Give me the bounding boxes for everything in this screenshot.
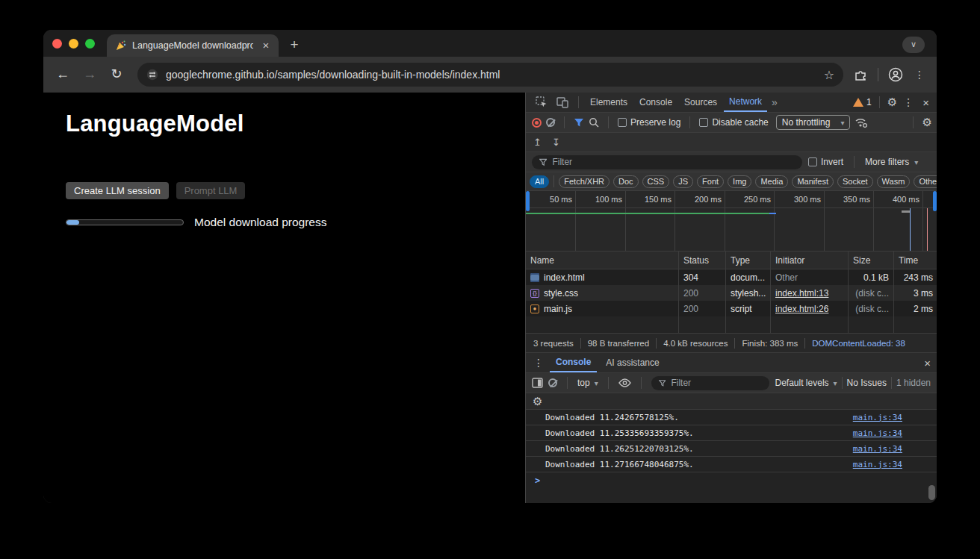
issues-counter[interactable]: No Issues — [847, 378, 887, 388]
request-name[interactable]: style.css — [544, 288, 578, 299]
network-filter-input-wrap[interactable] — [532, 155, 802, 169]
console-message[interactable]: Downloaded 11.24267578125%. main.js:34 — [526, 410, 937, 425]
tab-sources[interactable]: Sources — [679, 93, 722, 112]
console-message[interactable]: Downloaded 11.25335693359375%. main.js:3… — [526, 425, 937, 441]
console-filter-input[interactable] — [671, 378, 761, 388]
chip-doc[interactable]: Doc — [613, 175, 639, 188]
console-sidebar-toggle-icon[interactable] — [532, 378, 543, 388]
drawer-tab-ai-assistance[interactable]: AI assistance — [600, 353, 665, 372]
url-text[interactable]: googlechrome.github.io/samples/downloadi… — [166, 69, 816, 81]
more-filters-button[interactable]: More filters ▾ — [865, 157, 918, 167]
tab-close-icon[interactable]: × — [259, 39, 273, 52]
table-row-style-css[interactable]: {}style.css 200 stylesh... index.html:13… — [526, 285, 937, 301]
message-source-link[interactable]: main.js:34 — [853, 444, 902, 454]
tab-network[interactable]: Network — [724, 93, 767, 112]
import-har-icon[interactable]: ↥ — [533, 137, 542, 148]
tab-search-chevron-button[interactable]: ∨ — [902, 37, 925, 53]
chip-other[interactable]: Other — [914, 175, 937, 188]
devtools-close-icon[interactable]: × — [919, 96, 932, 109]
bookmark-star-icon[interactable]: ☆ — [824, 68, 834, 82]
address-bar[interactable]: googlechrome.github.io/samples/downloadi… — [137, 63, 843, 87]
message-source-link[interactable]: main.js:34 — [853, 460, 902, 469]
request-name[interactable]: main.js — [544, 304, 572, 314]
request-name[interactable]: index.html — [544, 272, 585, 283]
network-settings-icon[interactable]: ⚙ — [922, 116, 932, 129]
log-levels-select[interactable]: Default levels ▾ — [775, 378, 837, 388]
col-initiator[interactable]: Initiator — [771, 252, 849, 269]
throttling-select[interactable]: No throttling ▾ — [776, 115, 851, 130]
col-name[interactable]: Name — [526, 252, 679, 269]
devtools-menu-icon[interactable]: ⋮ — [900, 96, 917, 108]
col-type[interactable]: Type — [726, 252, 771, 269]
chip-fetch-xhr[interactable]: Fetch/XHR — [559, 175, 610, 188]
initiator-link[interactable]: index.html:13 — [775, 288, 828, 299]
network-overview-timeline[interactable]: 50 ms 100 ms 150 ms 200 ms 250 ms 300 ms… — [526, 191, 937, 252]
table-row-main-js[interactable]: ●main.js 200 script index.html:26 (disk … — [526, 301, 937, 316]
overview-right-handle[interactable] — [933, 191, 937, 211]
clear-network-log-button[interactable] — [546, 118, 555, 127]
browser-tab[interactable]: LanguageModel downloadpro × — [107, 34, 279, 57]
minimize-window-button[interactable] — [69, 39, 78, 49]
checkbox-icon[interactable] — [618, 118, 627, 127]
maximize-window-button[interactable] — [85, 39, 95, 49]
tab-elements[interactable]: Elements — [585, 93, 633, 112]
checkbox-icon[interactable] — [808, 157, 817, 166]
device-toolbar-icon[interactable] — [553, 93, 572, 112]
console-settings-icon[interactable]: ⚙ — [533, 395, 542, 408]
chip-manifest[interactable]: Manifest — [792, 175, 834, 188]
initiator-link[interactable]: index.html:26 — [775, 304, 828, 314]
col-status[interactable]: Status — [679, 252, 726, 269]
checkbox-icon[interactable] — [699, 118, 708, 127]
chip-css[interactable]: CSS — [642, 175, 670, 188]
drawer-tab-console[interactable]: Console — [550, 353, 597, 372]
search-icon[interactable] — [589, 117, 599, 128]
console-message[interactable]: Downloaded 11.27166748046875%. main.js:3… — [526, 457, 937, 472]
extensions-icon[interactable] — [851, 65, 870, 84]
drawer-menu-icon[interactable]: ⋮ — [530, 357, 547, 369]
table-row-index-html[interactable]: index.html 304 docum... Other 0.1 kB 243… — [526, 269, 937, 285]
chip-js[interactable]: JS — [673, 175, 693, 188]
preserve-log-checkbox[interactable]: Preserve log — [618, 117, 680, 128]
message-source-link[interactable]: main.js:34 — [853, 428, 902, 438]
execution-context-select[interactable]: top ▾ — [577, 378, 598, 388]
console-scrollbar-thumb[interactable] — [928, 485, 935, 500]
create-llm-session-button[interactable]: Create LLM session — [66, 182, 169, 199]
col-size[interactable]: Size — [849, 252, 894, 269]
new-tab-button[interactable]: + — [285, 35, 304, 54]
hidden-messages-count[interactable]: 1 hidden — [896, 378, 931, 388]
site-settings-icon[interactable] — [146, 69, 158, 81]
chip-all[interactable]: All — [530, 175, 549, 188]
devtools-settings-icon[interactable]: ⚙ — [887, 96, 897, 109]
forward-button[interactable]: → — [79, 64, 100, 85]
chip-img[interactable]: Img — [728, 175, 751, 188]
chip-wasm[interactable]: Wasm — [877, 175, 911, 188]
overview-left-handle[interactable] — [526, 191, 530, 211]
browser-menu-icon[interactable]: ⋮ — [910, 65, 929, 84]
drawer-close-icon[interactable]: × — [921, 357, 937, 369]
disable-cache-checkbox[interactable]: Disable cache — [699, 117, 768, 128]
live-expression-eye-icon[interactable] — [618, 378, 631, 387]
col-time[interactable]: Time — [894, 252, 937, 269]
chip-font[interactable]: Font — [697, 175, 724, 188]
reload-button[interactable]: ↻ — [106, 64, 127, 85]
chip-socket[interactable]: Socket — [837, 175, 873, 188]
close-window-button[interactable] — [52, 39, 62, 49]
console-filter-input-wrap[interactable] — [651, 376, 769, 390]
inspect-element-icon[interactable] — [532, 93, 551, 112]
profile-avatar-icon[interactable] — [886, 65, 905, 84]
tab-console[interactable]: Console — [634, 93, 677, 112]
console-prompt[interactable]: > — [526, 472, 937, 489]
network-conditions-icon[interactable] — [855, 117, 868, 128]
network-filter-input[interactable] — [552, 157, 795, 167]
invert-checkbox[interactable]: Invert — [808, 157, 843, 167]
console-message[interactable]: Downloaded 11.26251220703125%. main.js:3… — [526, 441, 937, 457]
chip-media[interactable]: Media — [755, 175, 788, 188]
message-source-link[interactable]: main.js:34 — [853, 413, 902, 422]
more-panels-icon[interactable]: » — [769, 96, 781, 108]
export-har-icon[interactable]: ↧ — [552, 137, 560, 148]
issues-warning-badge[interactable]: 1 — [853, 97, 872, 107]
record-network-log-button[interactable] — [532, 118, 542, 128]
clear-console-button[interactable] — [548, 378, 557, 387]
back-button[interactable]: ← — [52, 64, 73, 85]
filter-funnel-icon[interactable] — [574, 118, 584, 128]
